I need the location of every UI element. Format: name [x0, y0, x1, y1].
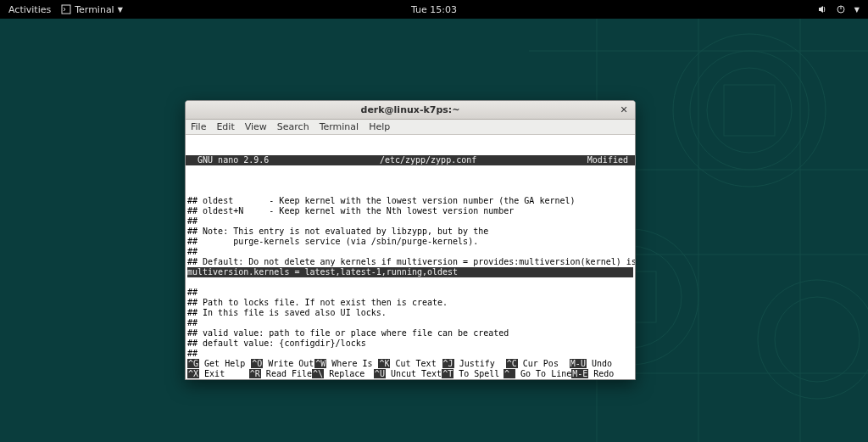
nano-shortcut: ^O Write Out	[251, 359, 314, 369]
nano-buffer: ## oldest - Keep kernel with the lowest …	[186, 186, 635, 379]
editor-line: ## purge-kernels service (via /sbin/purg…	[187, 237, 633, 247]
editor-line: ## Note: This entry is not evaluated by …	[187, 227, 633, 237]
editor-line: ## oldest+N - Keep kernel with the Nth l…	[187, 206, 633, 216]
nano-shortcut: M-E Redo	[571, 369, 633, 379]
editor-line: ## Default: Do not delete any kernels if…	[187, 257, 633, 267]
menu-search[interactable]: Search	[277, 121, 309, 132]
svg-point-0	[673, 34, 826, 187]
system-status-area[interactable]: ▼	[817, 4, 868, 14]
terminal-window: derk@linux-k7ps:~ ✕ File Edit View Searc…	[185, 100, 636, 380]
editor-line-cursor: multiversion.kernels = latest,latest-1,r…	[187, 267, 633, 277]
nano-shortcut-key: ^W	[314, 359, 326, 368]
volume-icon	[817, 4, 827, 14]
menubar: File Edit View Search Terminal Help	[186, 120, 635, 135]
svg-rect-16	[62, 5, 70, 14]
editor-line: ##	[187, 216, 633, 227]
nano-shortcut-key: ^J	[442, 359, 454, 368]
nano-shortcut-key: ^R	[249, 369, 261, 378]
editor-line: ## In this file is saved also UI locks.	[187, 308, 633, 318]
editor-line: ## Path to locks file. If not exist then…	[187, 298, 633, 308]
nano-shortcut-key: ^K	[378, 359, 390, 368]
power-icon	[836, 4, 846, 14]
terminal-content[interactable]: GNU nano 2.9.6 /etc/zypp/zypp.conf Modif…	[186, 135, 635, 379]
activities-button[interactable]: Activities	[8, 4, 51, 15]
editor-line: ## default value: {configdir}/locks	[187, 338, 633, 349]
nano-shortcut-key: M-E	[571, 369, 588, 378]
svg-rect-14	[724, 85, 775, 136]
nano-shortcut-key: ^C	[506, 359, 518, 368]
nano-shortcut: M-U Undo	[570, 359, 633, 369]
menu-help[interactable]: Help	[369, 121, 390, 132]
nano-shortcut: ^C Cur Pos	[506, 359, 570, 369]
svg-point-5	[758, 280, 868, 399]
nano-shortcut: ^X Exit	[187, 369, 249, 379]
nano-shortcut: ^G Get Help	[187, 359, 251, 369]
nano-version: GNU nano 2.9.6	[187, 155, 269, 165]
nano-shortcut: ^U Uncut Text	[374, 369, 442, 379]
close-button[interactable]: ✕	[618, 104, 630, 115]
nano-shortcut: ^T To Spell	[442, 369, 504, 379]
terminal-icon	[61, 4, 71, 14]
svg-point-6	[775, 297, 860, 382]
editor-line: ##	[187, 288, 633, 298]
menu-view[interactable]: View	[245, 121, 267, 132]
chevron-down-icon: ▼	[854, 6, 860, 14]
editor-line	[187, 186, 633, 196]
nano-shortcut-key: ^U	[374, 369, 386, 378]
nano-shortcut-bar: ^G Get Help^O Write Out^W Where Is^K Cut…	[186, 359, 635, 379]
nano-shortcut-key: M-U	[570, 359, 587, 368]
nano-status: Modified	[587, 155, 633, 165]
nano-shortcut-key: ^T	[442, 369, 453, 378]
nano-shortcut-key: ^X	[187, 369, 199, 378]
clock[interactable]: Tue 15:03	[411, 4, 457, 15]
window-title: derk@linux-k7ps:~	[361, 104, 460, 115]
app-menu-label: Terminal	[75, 4, 114, 15]
nano-shortcut: ^W Where Is	[314, 359, 378, 369]
close-icon: ✕	[620, 104, 627, 115]
nano-titlebar: GNU nano 2.9.6 /etc/zypp/zypp.conf Modif…	[186, 155, 635, 165]
nano-shortcut-key: ^_	[504, 369, 515, 378]
menu-terminal[interactable]: Terminal	[320, 121, 359, 132]
editor-line: ##	[187, 318, 633, 328]
editor-line: ## valid value: path to file or place wh…	[187, 328, 633, 338]
chevron-down-icon: ▼	[118, 6, 123, 14]
nano-shortcut-key: ^\	[312, 369, 324, 378]
menu-file[interactable]: File	[191, 121, 206, 132]
nano-filename: /etc/zypp/zypp.conf	[269, 155, 587, 165]
nano-shortcut-key: ^O	[251, 359, 263, 368]
menu-edit[interactable]: Edit	[216, 121, 234, 132]
svg-point-2	[707, 68, 792, 153]
nano-shortcut: ^J Justify	[442, 359, 506, 369]
window-titlebar[interactable]: derk@linux-k7ps:~ ✕	[186, 101, 635, 120]
gnome-topbar: Activities Terminal ▼ Tue 15:03 ▼	[0, 0, 868, 19]
editor-line: ##	[187, 247, 633, 257]
app-menu-button[interactable]: Terminal ▼	[61, 4, 123, 15]
editor-line	[187, 277, 633, 288]
nano-shortcut: ^_ Go To Line	[504, 369, 571, 379]
svg-point-1	[690, 51, 809, 170]
nano-shortcut: ^K Cut Text	[378, 359, 442, 369]
nano-shortcut: ^\ Replace	[312, 369, 374, 379]
nano-shortcut-key: ^G	[187, 359, 199, 368]
editor-line: ## oldest - Keep kernel with the lowest …	[187, 196, 633, 206]
editor-line: ##	[187, 349, 633, 359]
nano-shortcut: ^R Read File	[249, 369, 312, 379]
